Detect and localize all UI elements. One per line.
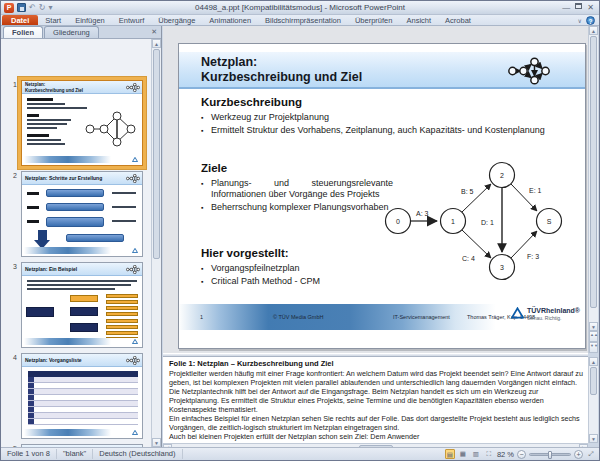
thumb-1-title: Netzplan: Kurzbeschreibung und Ziel bbox=[22, 81, 142, 94]
tab-gliederung[interactable]: Gliederung bbox=[44, 26, 99, 38]
close-button[interactable]: ✕ bbox=[587, 3, 594, 13]
slide-editor[interactable]: Netzplan: Kurzbeschreibung und Ziel bbox=[178, 43, 586, 349]
zoom-slider[interactable] bbox=[529, 453, 571, 456]
section-heading-kurzbeschreibung[interactable]: Kurzbeschreibung bbox=[201, 96, 302, 108]
help-icon[interactable]: ? bbox=[586, 16, 595, 25]
notes-paragraph: Ein einfaches Beispiel für einen Netzpla… bbox=[169, 414, 584, 432]
zoom-slider-handle[interactable] bbox=[548, 451, 552, 459]
edge-label: C: 4 bbox=[462, 255, 475, 262]
status-bar: Folie 1 von 8 "blank" Deutsch (Deutschla… bbox=[1, 447, 599, 460]
view-reading-icon[interactable]: ▥ bbox=[471, 449, 481, 459]
section-heading-hier-vorgestellt[interactable]: Hier vorgestellt: bbox=[201, 247, 289, 259]
netzplan-mini-icon bbox=[126, 356, 140, 365]
theme-name: "blank" bbox=[57, 449, 93, 459]
thumb-1-diagram bbox=[84, 108, 138, 150]
logo-tagline: Genau. Richtig. bbox=[527, 315, 580, 321]
zoom-in-button[interactable]: + bbox=[574, 450, 583, 459]
slide-title-band: Netzplan: Kurzbeschreibung und Ziel bbox=[179, 52, 585, 89]
tab-ansicht[interactable]: Ansicht bbox=[399, 15, 438, 25]
main-scrollbar[interactable]: ▲ ▼ ▲▲ ▼▼ bbox=[588, 26, 598, 353]
slide-thumbnail-2[interactable]: Netzplan: Schritte zur Erstellung bbox=[21, 171, 143, 257]
zoom-level[interactable]: 82 % bbox=[497, 450, 514, 459]
previous-slide-button[interactable]: ▲▲ bbox=[589, 331, 598, 342]
edge-label: A: 3 bbox=[416, 210, 429, 217]
node-label: 2 bbox=[500, 172, 504, 179]
thumbnails-scrollbar[interactable]: ▲ ▼ bbox=[151, 39, 161, 447]
scrollbar-thumb[interactable] bbox=[153, 49, 160, 259]
tab-bildschirmpraesentation[interactable]: Bildschirmpräsentation bbox=[258, 15, 348, 25]
slide-title[interactable]: Netzplan: Kurzbeschreibung und Ziel bbox=[201, 55, 362, 85]
kurzbeschreibung-bullets[interactable]: Werkzeug zur Projektplanung Ermittelt St… bbox=[201, 112, 549, 138]
thumbnail-list: 1 Netzplan: Kurzbeschreibung und Ziel bbox=[1, 39, 152, 447]
tab-datei[interactable]: Datei bbox=[2, 15, 38, 25]
scroll-up-icon[interactable]: ▲ bbox=[152, 39, 161, 48]
scrollbar-thumb[interactable] bbox=[590, 367, 597, 395]
scroll-down-icon[interactable]: ▼ bbox=[589, 322, 598, 331]
network-diagram[interactable]: 0 1 2 3 S A: 3 B: 5 C: 4 D: 1 E: 1 F: 3 bbox=[383, 148, 567, 296]
slide-thumbnail-1[interactable]: Netzplan: Kurzbeschreibung und Ziel bbox=[21, 80, 143, 166]
edge-label: B: 5 bbox=[461, 188, 474, 195]
tab-einfuegen[interactable]: Einfügen bbox=[68, 15, 112, 25]
slide-position: Folie 1 von 8 bbox=[1, 449, 57, 459]
logo-brand-text: TÜVRheinland® bbox=[527, 307, 580, 315]
language-indicator[interactable]: Deutsch (Deutschland) bbox=[93, 449, 182, 459]
tab-ueberpruefen[interactable]: Überprüfen bbox=[348, 15, 400, 25]
window-title: 04498_a.ppt [Kompatibilitätsmodus] - Mic… bbox=[1, 3, 599, 12]
notes-scrollbar[interactable]: ▲ ▼ bbox=[588, 357, 598, 443]
panel-tabs: Folien Gliederung ✕ bbox=[1, 26, 161, 39]
ziele-bullets[interactable]: Planungs- und steuerungsrelevante Inform… bbox=[201, 178, 393, 215]
footer-copyright: © TÜV Media GmbH bbox=[273, 314, 323, 320]
view-normal-icon[interactable]: ▤ bbox=[445, 449, 455, 459]
fit-to-window-icon[interactable]: ⤢ bbox=[586, 449, 596, 459]
panel-close-icon[interactable]: ✕ bbox=[151, 28, 157, 36]
tab-uebergaenge[interactable]: Übergänge bbox=[151, 15, 202, 25]
save-icon[interactable] bbox=[17, 3, 26, 12]
bullet-item: Werkzeug zur Projektplanung bbox=[201, 112, 549, 123]
slide-thumbnail-4[interactable]: Netzplan: Vorgangsliste bbox=[21, 353, 143, 439]
restore-button[interactable] bbox=[575, 3, 582, 9]
tab-folien[interactable]: Folien bbox=[3, 26, 43, 38]
powerpoint-app-icon[interactable]: P bbox=[4, 3, 14, 13]
ribbon-tab-row: Datei Start Einfügen Entwurf Übergänge A… bbox=[1, 15, 599, 26]
edge-label: E: 1 bbox=[529, 187, 542, 194]
tab-animationen[interactable]: Animationen bbox=[202, 15, 258, 25]
thumbnail-number: 3 bbox=[5, 263, 17, 270]
qat-dropdown-icon[interactable]: ▾ bbox=[48, 3, 52, 13]
tab-entwurf[interactable]: Entwurf bbox=[112, 15, 151, 25]
section-heading-ziele[interactable]: Ziele bbox=[201, 162, 227, 174]
scroll-up-icon[interactable]: ▲ bbox=[589, 26, 598, 35]
zoom-out-button[interactable]: − bbox=[517, 450, 526, 459]
scroll-down-icon[interactable]: ▼ bbox=[152, 438, 161, 447]
netzplan-mini-icon bbox=[126, 265, 140, 274]
title-bar: P ↶ ↻ ▾ 04498_a.ppt [Kompatibilitätsmodu… bbox=[1, 1, 599, 15]
minimize-button[interactable]: — bbox=[562, 3, 570, 13]
notes-pane[interactable]: Folie 1: Netzplan – Kurzbeschreibung und… bbox=[163, 357, 590, 443]
thumbnail-number: 1 bbox=[5, 81, 17, 88]
bullet-item: Ermittelt Struktur des Vorhabens, Zeitpl… bbox=[201, 125, 549, 136]
tab-start[interactable]: Start bbox=[38, 15, 68, 25]
node-label: 0 bbox=[396, 218, 400, 225]
edge-label: D: 1 bbox=[481, 219, 494, 226]
quick-access-toolbar: P ↶ ↻ ▾ bbox=[1, 3, 52, 13]
view-slideshow-icon[interactable]: ⛶ bbox=[484, 449, 494, 459]
view-slide-sorter-icon[interactable]: ▦ bbox=[458, 449, 468, 459]
ribbon-collapse-icon[interactable]: ∨ bbox=[578, 17, 582, 24]
thumb-2-footer bbox=[24, 247, 140, 254]
thumb-4-title: Netzplan: Vorgangsliste bbox=[22, 354, 142, 367]
scrollbar-thumb[interactable] bbox=[590, 36, 597, 308]
slide-thumbnail-3[interactable]: Netzplan: Ein Beispiel bbox=[21, 262, 143, 348]
bullet-item: Planungs- und steuerungsrelevante Inform… bbox=[201, 178, 393, 200]
thumb-3-footer bbox=[24, 338, 140, 345]
footer-department: IT-Servicemanagement bbox=[393, 314, 450, 320]
slides-panel: Folien Gliederung ✕ 1 Netzplan: Kurzbesc… bbox=[1, 26, 162, 447]
scroll-down-icon[interactable]: ▼ bbox=[589, 434, 598, 443]
undo-icon[interactable]: ↶ bbox=[29, 3, 36, 13]
tab-acrobat[interactable]: Acrobat bbox=[438, 15, 478, 25]
next-slide-button[interactable]: ▼▼ bbox=[589, 342, 598, 353]
slide-footer: 1 © TÜV Media GmbH IT-Servicemanagement … bbox=[179, 304, 585, 330]
tuv-rheinland-logo: TÜVRheinland® Genau. Richtig. bbox=[511, 307, 580, 321]
redo-icon[interactable]: ↻ bbox=[39, 3, 46, 13]
thumb-4-footer bbox=[24, 429, 140, 436]
bullet-item: Beherrschung komplexer Planungsvorhaben bbox=[201, 202, 393, 213]
scroll-up-icon[interactable]: ▲ bbox=[589, 357, 598, 366]
